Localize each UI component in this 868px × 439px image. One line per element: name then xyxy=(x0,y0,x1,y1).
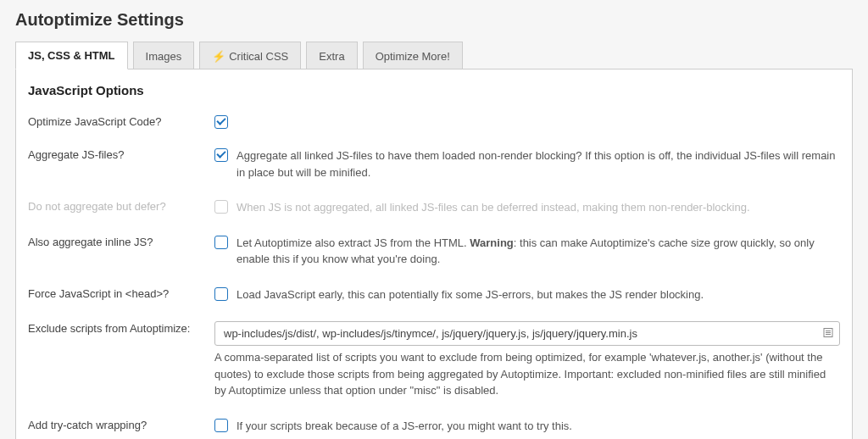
row-exclude: Exclude scripts from Autoptimize: A comm… xyxy=(28,321,840,399)
checkbox-optimize-js[interactable] xyxy=(214,115,228,129)
checkbox-trycatch[interactable] xyxy=(214,419,228,432)
row-force-head: Force JavaScript in <head>? Load JavaScr… xyxy=(28,286,840,303)
row-defer: Do not aggregate but defer? When JS is n… xyxy=(28,199,840,216)
checkbox-force-head[interactable] xyxy=(214,287,228,301)
section-title: JavaScript Options xyxy=(28,83,840,97)
tab-extra[interactable]: Extra xyxy=(306,42,357,69)
label-force-head: Force JavaScript in <head>? xyxy=(28,286,214,300)
label-exclude: Exclude scripts from Autoptimize: xyxy=(28,321,214,335)
label-defer: Do not aggregate but defer? xyxy=(28,199,214,213)
label-inline-js: Also aggregate inline JS? xyxy=(28,235,214,248)
label-trycatch: Add try-catch wrapping? xyxy=(28,418,214,431)
desc-inline-js: Let Autoptimize also extract JS from the… xyxy=(236,235,840,268)
checkbox-inline-js[interactable] xyxy=(214,236,228,249)
desc-aggregate-js: Aggregate all linked JS-files to have th… xyxy=(236,147,840,181)
tab-images[interactable]: Images xyxy=(133,42,195,69)
row-inline-js: Also aggregate inline JS? Let Autoptimiz… xyxy=(28,235,840,268)
input-exclude-scripts[interactable] xyxy=(214,321,840,346)
tab-critical-css-label: Critical CSS xyxy=(229,50,288,63)
row-optimize-js: Optimize JavaScript Code? xyxy=(28,114,840,129)
desc-defer: When JS is not aggregated, all linked JS… xyxy=(236,199,840,216)
settings-panel: JavaScript Options Optimize JavaScript C… xyxy=(15,69,853,439)
tabs: JS, CSS & HTML Images ⚡ Critical CSS Ext… xyxy=(15,42,853,69)
label-optimize-js: Optimize JavaScript Code? xyxy=(28,114,214,128)
tab-critical-css[interactable]: ⚡ Critical CSS xyxy=(199,42,301,69)
bolt-icon: ⚡ xyxy=(212,50,225,63)
tab-js-css-html[interactable]: JS, CSS & HTML xyxy=(15,42,128,69)
tab-optimize-more[interactable]: Optimize More! xyxy=(363,42,463,69)
row-trycatch: Add try-catch wrapping? If your scripts … xyxy=(28,418,840,435)
checkbox-defer xyxy=(214,200,228,214)
desc-trycatch: If your scripts break because of a JS-er… xyxy=(236,418,840,435)
desc-exclude: A comma-separated list of scripts you wa… xyxy=(214,349,840,399)
label-aggregate-js: Aggregate JS-files? xyxy=(28,147,214,161)
page-title: Autoptimize Settings xyxy=(15,10,853,30)
row-aggregate-js: Aggregate JS-files? Aggregate all linked… xyxy=(28,147,840,181)
checkbox-aggregate-js[interactable] xyxy=(214,148,228,162)
desc-force-head: Load JavaScript early, this can potentia… xyxy=(236,286,840,303)
